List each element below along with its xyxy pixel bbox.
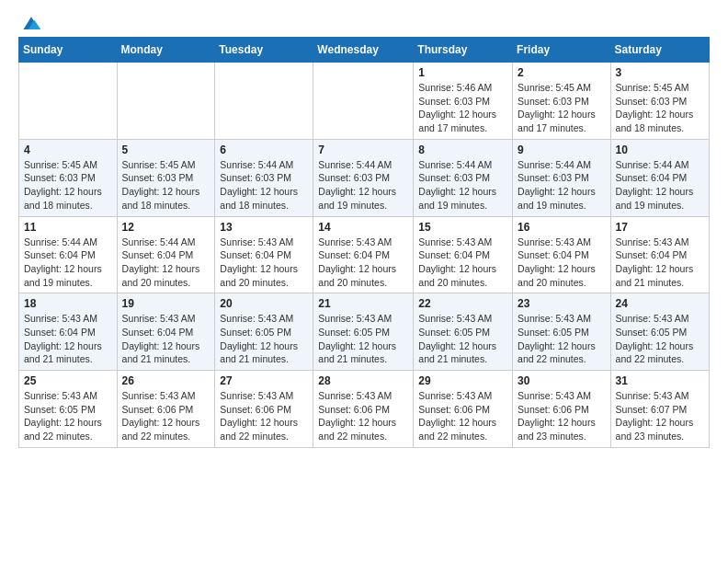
day-info: Sunrise: 5:43 AM Sunset: 6:06 PM Dayligh…: [318, 389, 408, 443]
day-number: 4: [24, 144, 112, 156]
weekday-header-sunday: Sunday: [19, 38, 118, 63]
day-number: 30: [518, 374, 606, 387]
calendar-day-cell: 9Sunrise: 5:44 AM Sunset: 6:03 PM Daylig…: [513, 139, 611, 216]
calendar-week-row: 4Sunrise: 5:45 AM Sunset: 6:03 PM Daylig…: [19, 139, 710, 216]
day-number: 17: [616, 221, 704, 234]
calendar-day-cell: 11Sunrise: 5:44 AM Sunset: 6:04 PM Dayli…: [19, 216, 118, 293]
calendar-day-cell: 12Sunrise: 5:44 AM Sunset: 6:04 PM Dayli…: [117, 216, 215, 293]
day-info: Sunrise: 5:43 AM Sunset: 6:05 PM Dayligh…: [318, 312, 408, 366]
weekday-header-row: SundayMondayTuesdayWednesdayThursdayFrid…: [19, 38, 710, 63]
day-number: 10: [616, 144, 704, 156]
calendar-day-cell: 7Sunrise: 5:44 AM Sunset: 6:03 PM Daylig…: [313, 139, 414, 216]
day-number: 9: [518, 144, 606, 156]
day-info: Sunrise: 5:45 AM Sunset: 6:03 PM Dayligh…: [518, 81, 606, 135]
calendar-day-cell: 4Sunrise: 5:45 AM Sunset: 6:03 PM Daylig…: [19, 139, 118, 216]
day-info: Sunrise: 5:44 AM Sunset: 6:03 PM Dayligh…: [318, 158, 408, 213]
day-info: Sunrise: 5:43 AM Sunset: 6:06 PM Dayligh…: [518, 389, 606, 443]
weekday-header-saturday: Saturday: [610, 38, 709, 63]
day-info: Sunrise: 5:44 AM Sunset: 6:04 PM Dayligh…: [616, 158, 704, 213]
calendar-day-cell: 18Sunrise: 5:43 AM Sunset: 6:04 PM Dayli…: [19, 293, 118, 371]
logo-icon: [20, 15, 42, 33]
calendar-day-cell: 20Sunrise: 5:43 AM Sunset: 6:05 PM Dayli…: [215, 293, 313, 371]
calendar-week-row: 1Sunrise: 5:46 AM Sunset: 6:03 PM Daylig…: [19, 63, 710, 140]
calendar-day-cell: 30Sunrise: 5:43 AM Sunset: 6:06 PM Dayli…: [513, 371, 611, 448]
day-number: 20: [220, 297, 308, 310]
calendar-empty-cell: [117, 63, 215, 140]
day-info: Sunrise: 5:43 AM Sunset: 6:04 PM Dayligh…: [318, 236, 408, 290]
calendar-day-cell: 5Sunrise: 5:45 AM Sunset: 6:03 PM Daylig…: [117, 139, 215, 216]
weekday-header-friday: Friday: [513, 38, 611, 63]
day-number: 6: [220, 144, 308, 156]
calendar-day-cell: 10Sunrise: 5:44 AM Sunset: 6:04 PM Dayli…: [610, 139, 709, 216]
day-number: 8: [418, 144, 507, 156]
day-info: Sunrise: 5:43 AM Sunset: 6:04 PM Dayligh…: [518, 236, 606, 290]
day-info: Sunrise: 5:45 AM Sunset: 6:03 PM Dayligh…: [616, 81, 704, 135]
calendar-week-row: 25Sunrise: 5:43 AM Sunset: 6:05 PM Dayli…: [19, 371, 710, 448]
calendar-week-row: 11Sunrise: 5:44 AM Sunset: 6:04 PM Dayli…: [19, 216, 710, 293]
day-number: 7: [318, 144, 408, 156]
day-info: Sunrise: 5:43 AM Sunset: 6:06 PM Dayligh…: [418, 389, 507, 443]
weekday-header-wednesday: Wednesday: [313, 38, 414, 63]
calendar-day-cell: 28Sunrise: 5:43 AM Sunset: 6:06 PM Dayli…: [313, 371, 414, 448]
calendar-day-cell: 2Sunrise: 5:45 AM Sunset: 6:03 PM Daylig…: [513, 63, 611, 140]
calendar-empty-cell: [313, 63, 414, 140]
calendar-day-cell: 1Sunrise: 5:46 AM Sunset: 6:03 PM Daylig…: [414, 63, 513, 140]
calendar-table: SundayMondayTuesdayWednesdayThursdayFrid…: [18, 37, 710, 448]
day-number: 21: [318, 297, 408, 310]
day-info: Sunrise: 5:43 AM Sunset: 6:07 PM Dayligh…: [616, 389, 704, 443]
day-number: 19: [122, 297, 210, 310]
calendar-day-cell: 21Sunrise: 5:43 AM Sunset: 6:05 PM Dayli…: [313, 293, 414, 371]
day-number: 3: [616, 66, 704, 79]
day-info: Sunrise: 5:43 AM Sunset: 6:06 PM Dayligh…: [220, 389, 308, 443]
calendar-empty-cell: [19, 63, 118, 140]
calendar-day-cell: 31Sunrise: 5:43 AM Sunset: 6:07 PM Dayli…: [610, 371, 709, 448]
day-info: Sunrise: 5:43 AM Sunset: 6:04 PM Dayligh…: [24, 312, 112, 366]
calendar-day-cell: 19Sunrise: 5:43 AM Sunset: 6:04 PM Dayli…: [117, 293, 215, 371]
day-number: 25: [24, 374, 112, 387]
day-info: Sunrise: 5:43 AM Sunset: 6:06 PM Dayligh…: [122, 389, 210, 443]
calendar-day-cell: 13Sunrise: 5:43 AM Sunset: 6:04 PM Dayli…: [215, 216, 313, 293]
calendar-day-cell: 25Sunrise: 5:43 AM Sunset: 6:05 PM Dayli…: [19, 371, 118, 448]
weekday-header-thursday: Thursday: [414, 38, 513, 63]
calendar-day-cell: 29Sunrise: 5:43 AM Sunset: 6:06 PM Dayli…: [414, 371, 513, 448]
day-info: Sunrise: 5:44 AM Sunset: 6:03 PM Dayligh…: [518, 158, 606, 213]
calendar-day-cell: 3Sunrise: 5:45 AM Sunset: 6:03 PM Daylig…: [610, 63, 709, 140]
day-number: 26: [122, 374, 210, 387]
day-number: 14: [318, 221, 408, 234]
day-info: Sunrise: 5:44 AM Sunset: 6:03 PM Dayligh…: [418, 158, 507, 213]
day-info: Sunrise: 5:45 AM Sunset: 6:03 PM Dayligh…: [122, 158, 210, 213]
calendar-week-row: 18Sunrise: 5:43 AM Sunset: 6:04 PM Dayli…: [19, 293, 710, 371]
day-number: 22: [418, 297, 507, 310]
calendar-day-cell: 24Sunrise: 5:43 AM Sunset: 6:05 PM Dayli…: [610, 293, 709, 371]
day-info: Sunrise: 5:44 AM Sunset: 6:04 PM Dayligh…: [24, 236, 112, 290]
day-info: Sunrise: 5:43 AM Sunset: 6:04 PM Dayligh…: [220, 236, 308, 290]
calendar-day-cell: 16Sunrise: 5:43 AM Sunset: 6:04 PM Dayli…: [513, 216, 611, 293]
day-info: Sunrise: 5:44 AM Sunset: 6:04 PM Dayligh…: [122, 236, 210, 290]
day-number: 18: [24, 297, 112, 310]
day-number: 29: [418, 374, 507, 387]
day-number: 2: [518, 66, 606, 79]
logo: [18, 15, 42, 29]
page: SundayMondayTuesdayWednesdayThursdayFrid…: [0, 0, 728, 463]
day-info: Sunrise: 5:43 AM Sunset: 6:04 PM Dayligh…: [122, 312, 210, 366]
day-info: Sunrise: 5:43 AM Sunset: 6:05 PM Dayligh…: [418, 312, 507, 366]
day-number: 27: [220, 374, 308, 387]
day-number: 5: [122, 144, 210, 156]
day-info: Sunrise: 5:45 AM Sunset: 6:03 PM Dayligh…: [24, 158, 112, 213]
day-number: 31: [616, 374, 704, 387]
calendar-day-cell: 15Sunrise: 5:43 AM Sunset: 6:04 PM Dayli…: [414, 216, 513, 293]
calendar-day-cell: 27Sunrise: 5:43 AM Sunset: 6:06 PM Dayli…: [215, 371, 313, 448]
header: [18, 15, 710, 29]
day-info: Sunrise: 5:43 AM Sunset: 6:05 PM Dayligh…: [616, 312, 704, 366]
calendar-day-cell: 6Sunrise: 5:44 AM Sunset: 6:03 PM Daylig…: [215, 139, 313, 216]
day-number: 1: [418, 66, 507, 79]
calendar-day-cell: 17Sunrise: 5:43 AM Sunset: 6:04 PM Dayli…: [610, 216, 709, 293]
calendar-day-cell: 8Sunrise: 5:44 AM Sunset: 6:03 PM Daylig…: [414, 139, 513, 216]
day-number: 11: [24, 221, 112, 234]
day-info: Sunrise: 5:43 AM Sunset: 6:05 PM Dayligh…: [518, 312, 606, 366]
day-number: 16: [518, 221, 606, 234]
day-info: Sunrise: 5:43 AM Sunset: 6:05 PM Dayligh…: [24, 389, 112, 443]
calendar-empty-cell: [215, 63, 313, 140]
day-number: 15: [418, 221, 507, 234]
calendar-day-cell: 23Sunrise: 5:43 AM Sunset: 6:05 PM Dayli…: [513, 293, 611, 371]
